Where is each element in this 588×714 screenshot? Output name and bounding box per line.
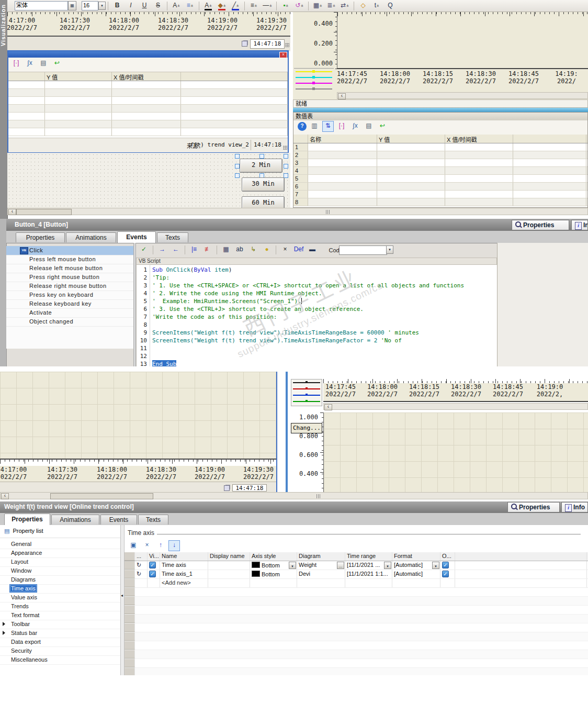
event-item-release-keyboard-key[interactable]: Release keyboard key (6, 299, 133, 309)
info-side-tab[interactable]: iInfo (561, 502, 588, 512)
legend-item[interactable] (294, 69, 334, 74)
property-item-time-axis[interactable]: Time axis (0, 584, 120, 594)
statistics-icon[interactable]: ∫x (349, 121, 361, 132)
axis-row-add-new[interactable]: <Add new> (125, 579, 588, 588)
property-item-status-bar[interactable]: Status bar (0, 629, 120, 638)
option-checkbox[interactable] (442, 571, 449, 577)
empty-row[interactable] (125, 623, 588, 632)
indent-icon[interactable]: → (156, 244, 168, 255)
event-item-press-key-on-keyboard[interactable]: Press key on keyboard (6, 291, 133, 300)
event-item-object-changed[interactable]: Object changed (6, 317, 133, 327)
table-row[interactable] (8, 81, 288, 89)
property-item-layout[interactable]: Layout (0, 557, 120, 567)
properties-side-tab[interactable]: Properties (512, 220, 569, 230)
tab-texts[interactable]: Texts (157, 232, 188, 242)
property-item-security[interactable]: Security (0, 646, 120, 656)
trend-plot-area[interactable] (323, 412, 588, 492)
print-icon[interactable]: ▤ (363, 121, 375, 132)
pen-color-icon[interactable]: ╱± (230, 1, 241, 12)
help-icon[interactable]: ? (298, 122, 307, 131)
legend-item[interactable] (291, 386, 322, 392)
scroll-left-icon[interactable] (338, 93, 346, 99)
time-range-dropdown-icon[interactable] (384, 562, 391, 569)
selection-handle[interactable] (284, 164, 288, 169)
format-painter-icon[interactable]: ◇ (357, 1, 369, 12)
print-icon[interactable]: ▤ (38, 58, 49, 69)
legend-item[interactable] (291, 380, 322, 386)
tab-properties[interactable]: Properties (16, 232, 65, 242)
empty-row[interactable] (125, 606, 588, 615)
event-item-activate[interactable]: Activate (6, 308, 133, 318)
legend-item[interactable] (291, 392, 322, 398)
line-width-icon[interactable]: —± (262, 1, 273, 12)
format-dropdown-icon[interactable] (432, 562, 439, 569)
event-item-release-left-mouse-button[interactable]: Release left mouse button (6, 264, 133, 273)
table-row[interactable]: 4 (293, 167, 587, 175)
table-row[interactable]: 2 (293, 151, 587, 159)
axis-color-swatch[interactable] (252, 562, 260, 568)
statistics-icon[interactable]: ∫x (24, 58, 36, 69)
selection-handle[interactable] (259, 154, 264, 159)
option-checkbox[interactable] (442, 562, 449, 568)
tab-events[interactable]: Events (117, 231, 156, 243)
code-editor[interactable]: 1Sub OnClick(ByVal item)2'Tip:3' 1. Use … (136, 265, 497, 366)
splitter-collapse-icon[interactable]: ◂ (121, 593, 123, 598)
table-row[interactable] (8, 128, 288, 136)
empty-row[interactable] (125, 659, 588, 668)
canvas-button-60-min[interactable]: 60 Min (242, 196, 285, 208)
info-side-tab[interactable]: iInfo (571, 220, 588, 230)
italic-icon[interactable]: I (125, 1, 137, 12)
tab-events[interactable]: Events (100, 515, 137, 525)
legend-item[interactable] (294, 80, 334, 86)
font-size-select[interactable]: 16 (82, 1, 98, 10)
table-row[interactable] (8, 120, 288, 128)
pane-splitter-handle[interactable] (326, 210, 331, 214)
scroll-left-icon[interactable] (324, 404, 332, 410)
move-up-icon[interactable]: ↑ (155, 540, 166, 551)
property-item-general[interactable]: General (0, 540, 120, 549)
select-points-icon[interactable]: [·] (336, 121, 347, 132)
undo-icon[interactable]: ↩ (51, 58, 63, 69)
diagram-browse-button[interactable] (337, 562, 344, 569)
scroll-thumb[interactable] (16, 209, 72, 215)
properties-side-tab[interactable]: Properties (507, 502, 560, 512)
tab-animations[interactable]: Animations (66, 232, 116, 242)
property-item-toolbar[interactable]: Toolbar (0, 620, 120, 629)
underline-icon[interactable]: U (139, 1, 150, 12)
table-row[interactable]: 7 (293, 191, 587, 198)
tab-texts[interactable]: Texts (138, 515, 168, 525)
resize-grip[interactable] (285, 43, 289, 47)
legend-item[interactable] (294, 86, 334, 92)
new-axis-icon[interactable]: ▣ (128, 540, 139, 551)
empty-row[interactable] (125, 668, 588, 675)
swap-axes-icon[interactable]: ⇅ (322, 121, 334, 132)
property-item-diagrams[interactable]: Diagrams (0, 575, 120, 585)
property-item-value-axis[interactable]: Value axis (0, 593, 120, 603)
definition-icon[interactable]: Def (293, 244, 304, 255)
horizontal-scrollbar[interactable] (7, 208, 588, 215)
undo-icon[interactable]: ↩ (377, 121, 388, 132)
trend-plot-area[interactable] (337, 12, 588, 69)
event-item-press-right-mouse-button[interactable]: Press right mouse button (6, 273, 133, 282)
axis-row[interactable]: ↻Time axisBottomWeight[11/1/2021 ...[Aut… (125, 561, 588, 570)
font-color-icon[interactable]: A± (202, 1, 214, 12)
object-list-icon[interactable]: ● (261, 244, 273, 255)
selection-handle[interactable] (235, 164, 240, 169)
property-item-text-format[interactable]: Text format (0, 611, 120, 620)
delete-script-icon[interactable]: × (279, 244, 291, 255)
fill-color-icon[interactable]: ▪± (280, 1, 291, 12)
legend-item[interactable] (294, 74, 334, 80)
rotate-icon[interactable]: ↺± (293, 1, 305, 12)
empty-row[interactable] (125, 588, 588, 597)
snippet-icon[interactable]: ▬ (307, 244, 318, 255)
resize-grip[interactable] (283, 146, 287, 150)
table-row[interactable] (8, 113, 288, 120)
trend-scrollbar[interactable] (337, 92, 588, 99)
tab-properties[interactable]: Properties (4, 514, 50, 525)
table-row[interactable]: 8 (293, 198, 587, 206)
pane-splitter-handle[interactable] (316, 494, 321, 498)
property-item-trends[interactable]: Trends (0, 602, 120, 611)
find-icon[interactable]: Q (385, 1, 396, 12)
canvas-button-2-min[interactable]: 2 Min (240, 159, 282, 173)
horizontal-scrollbar-2[interactable] (0, 492, 588, 499)
